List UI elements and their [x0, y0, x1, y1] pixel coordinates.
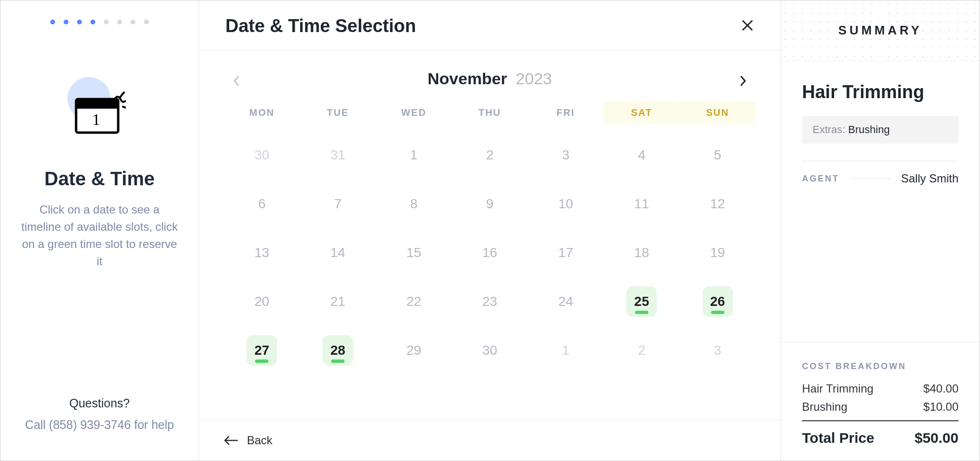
prev-month-button[interactable]	[227, 71, 246, 90]
service-title: Hair Trimming	[802, 82, 958, 102]
calendar-day: 30	[246, 140, 277, 170]
calendar-day[interactable]: 29	[399, 335, 429, 366]
calendar: November 2023 MONTUEWEDTHUFRISATSUN 3031…	[199, 50, 780, 420]
calendar-day[interactable]: 13	[246, 237, 277, 268]
calendar-day: 3	[702, 335, 733, 366]
total-value: $50.00	[914, 430, 958, 446]
calendar-day[interactable]: 30	[474, 335, 505, 366]
calendar-day[interactable]: 18	[626, 237, 657, 268]
agent-name: Sally Smith	[901, 172, 958, 185]
calendar-day-available[interactable]: 26	[702, 286, 733, 317]
total-row: Total Price $50.00	[802, 420, 958, 446]
calendar-day[interactable]: 4	[626, 140, 657, 170]
svg-text:1: 1	[92, 111, 100, 128]
weekday-row: MONTUEWEDTHUFRISATSUN	[224, 101, 756, 124]
calendar-day-available[interactable]: 27	[246, 335, 277, 366]
calendar-day[interactable]: 14	[323, 237, 353, 268]
agent-label: AGENT	[802, 174, 839, 184]
agent-row: AGENT Sally Smith	[802, 161, 958, 185]
weekday-label: WED	[376, 101, 452, 124]
questions-label: Questions?	[25, 396, 174, 410]
weekday-label: FRI	[528, 101, 604, 124]
calendar-day[interactable]: 2	[474, 140, 505, 170]
year-label: 2023	[516, 69, 552, 88]
calendar-day[interactable]: 24	[550, 286, 581, 317]
calendar-day[interactable]: 16	[474, 237, 505, 268]
calendar-illustration: 1	[59, 77, 140, 149]
step-dot	[104, 20, 109, 24]
calendar-day[interactable]: 19	[702, 237, 733, 268]
step-dot	[77, 20, 82, 24]
next-month-button[interactable]	[734, 71, 753, 90]
help-phone: Call (858) 939-3746 for help	[25, 418, 174, 432]
arrow-left-icon	[224, 436, 238, 445]
weekday-label: MON	[224, 101, 300, 124]
cost-item-price: $10.00	[924, 400, 958, 414]
step-title: Date & Time	[45, 168, 155, 190]
chevron-right-icon	[739, 75, 747, 87]
calendar-day[interactable]: 1	[399, 140, 429, 170]
summary-heading: SUMMARY	[781, 0, 980, 61]
step-dot	[131, 20, 135, 24]
cost-row: Brushing$10.00	[802, 400, 958, 414]
extras-value: Brushing	[848, 124, 890, 135]
calendar-day[interactable]: 5	[702, 140, 733, 170]
summary-panel: SUMMARY Hair Trimming Extras: Brushing A…	[781, 0, 980, 461]
step-dot	[144, 20, 149, 24]
calendar-icon: 1	[73, 90, 126, 138]
weekday-label: SUN	[679, 101, 756, 124]
cost-item-name: Brushing	[802, 400, 847, 414]
step-desc: Click on a date to see a timeline of ava…	[18, 201, 181, 270]
calendar-day: 1	[550, 335, 581, 366]
help-block: Questions? Call (858) 939-3746 for help	[25, 396, 174, 441]
svg-rect-1	[76, 99, 118, 109]
center-header: Date & Time Selection	[199, 0, 780, 50]
calendar-day[interactable]: 22	[399, 286, 429, 317]
calendar-day-available[interactable]: 25	[626, 286, 657, 317]
step-dot	[64, 20, 68, 24]
day-grid: 3031123456789101112131415161718192021222…	[224, 131, 756, 375]
extras-label: Extras:	[813, 124, 845, 135]
calendar-day[interactable]: 23	[474, 286, 505, 317]
left-panel: 1 Date & Time Click on a date to see a t…	[0, 0, 199, 461]
step-dot	[117, 20, 122, 24]
calendar-day: 31	[323, 140, 353, 170]
calendar-day[interactable]: 20	[246, 286, 277, 317]
back-button[interactable]: Back	[224, 434, 272, 447]
extras-box: Extras: Brushing	[802, 116, 958, 144]
weekday-label: THU	[452, 101, 528, 124]
calendar-day[interactable]: 15	[399, 237, 429, 268]
calendar-day[interactable]: 3	[550, 140, 581, 170]
calendar-day[interactable]: 17	[550, 237, 581, 268]
calendar-day[interactable]: 12	[702, 189, 733, 219]
month-navigation: November 2023	[224, 69, 756, 88]
month-label: November	[428, 69, 507, 88]
cost-breakdown: COST BREAKDOWN Hair Trimming$40.00Brushi…	[781, 342, 980, 461]
close-icon	[741, 19, 754, 32]
calendar-day[interactable]: 11	[626, 189, 657, 219]
calendar-day[interactable]: 7	[323, 189, 353, 219]
step-dot	[50, 20, 55, 24]
booking-modal: 1 Date & Time Click on a date to see a t…	[0, 0, 980, 461]
calendar-day[interactable]: 6	[246, 189, 277, 219]
summary-body: Hair Trimming Extras: Brushing AGENT Sal…	[781, 61, 980, 342]
back-label: Back	[247, 434, 272, 447]
weekday-label: SAT	[604, 101, 680, 124]
calendar-day[interactable]: 9	[474, 189, 505, 219]
calendar-day-available[interactable]: 28	[323, 335, 353, 366]
chevron-left-icon	[233, 75, 240, 87]
calendar-day[interactable]: 10	[550, 189, 581, 219]
cost-heading: COST BREAKDOWN	[802, 361, 958, 371]
calendar-day[interactable]: 8	[399, 189, 429, 219]
page-title: Date & Time Selection	[225, 16, 416, 36]
center-footer: Back	[199, 420, 780, 461]
step-indicator	[50, 20, 149, 24]
close-button[interactable]	[741, 18, 754, 34]
cost-item-price: $40.00	[924, 382, 958, 395]
cost-row: Hair Trimming$40.00	[802, 382, 958, 395]
step-dot	[90, 20, 95, 24]
weekday-label: TUE	[300, 101, 376, 124]
calendar-day[interactable]: 21	[323, 286, 353, 317]
center-panel: Date & Time Selection November 2023 MONT…	[199, 0, 781, 461]
calendar-day: 2	[626, 335, 657, 366]
